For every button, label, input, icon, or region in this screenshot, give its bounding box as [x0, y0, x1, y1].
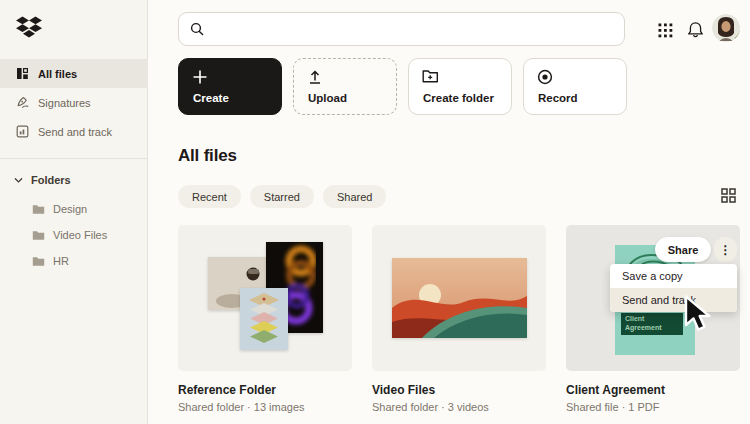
context-menu: Save a copy Send and track: [610, 264, 737, 312]
upload-icon: [307, 69, 323, 85]
record-icon: [537, 69, 553, 85]
create-button[interactable]: Create: [178, 58, 282, 115]
folder-icon: [32, 230, 45, 241]
sidebar-item-label: Send and track: [38, 126, 112, 138]
upload-button-label: Upload: [308, 92, 347, 104]
folder-label: Design: [53, 203, 87, 215]
action-buttons: Create Upload Create folder Record: [178, 58, 627, 115]
card-meta: Shared folder · 3 videos: [372, 401, 546, 413]
sidebar-folder-video-files[interactable]: Video Files: [0, 222, 148, 248]
filter-chips: Recent Starred Shared: [178, 185, 386, 208]
folder-icon: [32, 204, 45, 215]
video-files-thumbnail: [372, 225, 546, 371]
sidebar-item-label: Signatures: [38, 97, 91, 109]
filter-starred[interactable]: Starred: [250, 185, 314, 208]
create-button-label: Create: [193, 92, 229, 104]
upload-button[interactable]: Upload: [293, 58, 397, 115]
sidebar-folder-design[interactable]: Design: [0, 196, 148, 222]
more-options-button[interactable]: ⋮: [714, 237, 737, 262]
apps-grid-icon[interactable]: [658, 23, 673, 42]
sidebar-folder-list: Design Video Files HR: [0, 196, 148, 274]
card-meta: Shared folder · 13 images: [178, 401, 352, 413]
share-button[interactable]: Share: [655, 237, 711, 262]
folder-label: HR: [53, 255, 69, 267]
all-files-grid-icon: [16, 67, 29, 80]
search-input[interactable]: [212, 22, 613, 36]
folder-label: Video Files: [53, 229, 107, 241]
sidebar-item-send-and-track[interactable]: Send and track: [0, 117, 148, 146]
filter-recent[interactable]: Recent: [178, 185, 241, 208]
document-title-box: Client Agreement: [621, 313, 683, 335]
dropbox-app: All files Signatures Send and track: [0, 0, 750, 424]
page-title: All files: [178, 146, 237, 166]
card-video-files[interactable]: Video Files Shared folder · 3 videos: [372, 225, 546, 413]
sidebar-nav: All files Signatures Send and track: [0, 59, 148, 146]
sidebar-divider: [0, 158, 148, 159]
card-title: Client Agreement: [566, 383, 740, 397]
search-bar: [178, 12, 625, 46]
create-folder-button[interactable]: Create folder: [408, 58, 512, 115]
menu-item-save-a-copy[interactable]: Save a copy: [610, 264, 737, 288]
menu-item-send-and-track[interactable]: Send and track: [610, 288, 737, 312]
signature-pen-icon: [16, 96, 29, 109]
dropbox-logo-icon[interactable]: [16, 16, 42, 40]
sidebar-item-label: All files: [38, 68, 77, 80]
grid-view-icon[interactable]: [721, 188, 736, 207]
card-title: Video Files: [372, 383, 546, 397]
sidebar-folders-header[interactable]: Folders: [0, 170, 148, 190]
folder-icon: [32, 256, 45, 267]
folders-header-label: Folders: [31, 174, 71, 186]
user-avatar[interactable]: [712, 14, 740, 42]
notifications-bell-icon[interactable]: [687, 21, 704, 43]
sidebar: All files Signatures Send and track: [0, 0, 148, 424]
card-title: Reference Folder: [178, 383, 352, 397]
create-folder-button-label: Create folder: [423, 92, 494, 104]
card-meta: Shared file · 1 PDF: [566, 401, 740, 413]
sidebar-item-signatures[interactable]: Signatures: [0, 88, 148, 117]
thumb-photo-stacked-layers: [240, 288, 288, 350]
send-track-icon: [16, 125, 29, 138]
filter-shared[interactable]: Shared: [323, 185, 386, 208]
kebab-menu-icon: ⋮: [720, 243, 732, 257]
reference-folder-thumbnail: [178, 225, 352, 371]
chevron-down-icon: [14, 176, 23, 185]
folder-plus-icon: [422, 69, 439, 84]
search-icon: [190, 22, 204, 36]
record-button-label: Record: [538, 92, 578, 104]
sidebar-folder-hr[interactable]: HR: [0, 248, 148, 274]
record-button[interactable]: Record: [523, 58, 627, 115]
sidebar-item-all-files[interactable]: All files: [0, 59, 148, 88]
card-reference-folder[interactable]: Reference Folder Shared folder · 13 imag…: [178, 225, 352, 413]
plus-icon: [192, 69, 208, 85]
